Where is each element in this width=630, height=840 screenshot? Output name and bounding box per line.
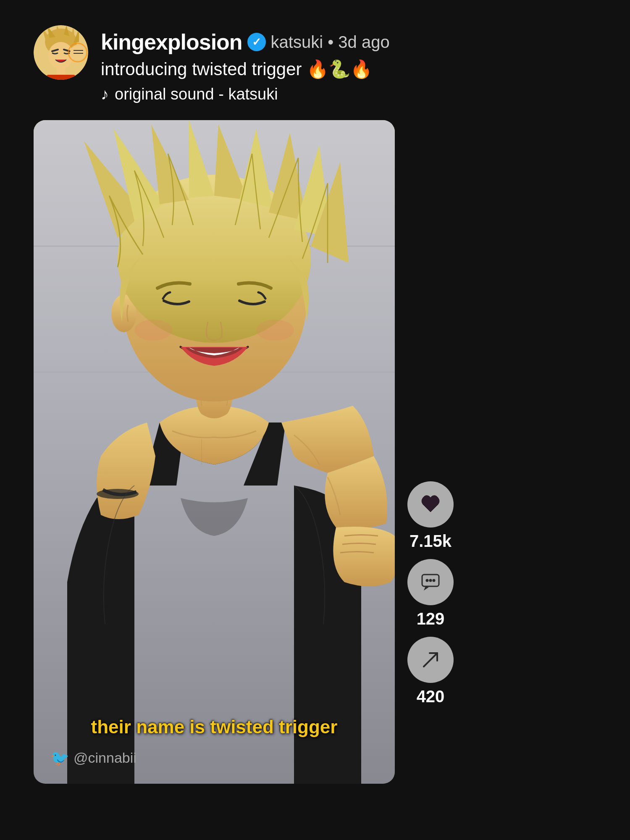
share-button[interactable] [407, 637, 454, 683]
video-background [34, 120, 395, 784]
like-group: 7.15k [407, 481, 454, 551]
username[interactable]: kingexplosion [101, 29, 242, 55]
like-button[interactable] [407, 481, 454, 528]
video-card[interactable]: their name is twisted trigger 🐦 @cinnabi… [34, 120, 395, 784]
svg-point-8 [48, 42, 74, 69]
handle-time: katsuki • 3d ago [271, 33, 390, 52]
svg-point-33 [256, 320, 294, 341]
action-buttons-panel: 7.15k 129 [407, 120, 454, 706]
content-area: their name is twisted trigger 🐦 @cinnabi… [34, 120, 596, 784]
watermark-handle: @cinnabii [74, 750, 136, 766]
comment-button[interactable] [407, 559, 454, 605]
svg-point-36 [426, 579, 429, 582]
verified-check-icon: ✓ [252, 36, 261, 49]
svg-rect-12 [46, 75, 76, 80]
svg-point-13 [70, 45, 85, 60]
share-group: 420 [407, 637, 454, 706]
svg-point-38 [433, 579, 436, 582]
music-icon: ♪ [101, 85, 109, 103]
video-subtitle: their name is twisted trigger [91, 717, 338, 738]
verified-badge: ✓ [247, 33, 266, 51]
post-header: kingexplosion ✓ katsuki • 3d ago introdu… [34, 25, 596, 103]
sound-label: original sound - katsuki [115, 85, 278, 103]
post-description: introducing twisted trigger 🔥🐍🔥 [101, 58, 596, 81]
svg-point-32 [134, 320, 172, 341]
comment-count: 129 [417, 609, 445, 628]
watermark: 🐦 @cinnabii [50, 749, 136, 767]
svg-point-34 [97, 489, 139, 499]
page-container: kingexplosion ✓ katsuki • 3d ago introdu… [0, 0, 630, 840]
post-info: kingexplosion ✓ katsuki • 3d ago introdu… [101, 25, 596, 103]
comment-group: 129 [407, 559, 454, 628]
username-row: kingexplosion ✓ katsuki • 3d ago [101, 29, 596, 55]
avatar[interactable] [34, 25, 88, 80]
like-count: 7.15k [410, 532, 452, 551]
share-count: 420 [417, 687, 445, 706]
sound-row[interactable]: ♪ original sound - katsuki [101, 85, 596, 103]
svg-point-37 [429, 579, 432, 582]
twitter-icon: 🐦 [50, 749, 69, 767]
